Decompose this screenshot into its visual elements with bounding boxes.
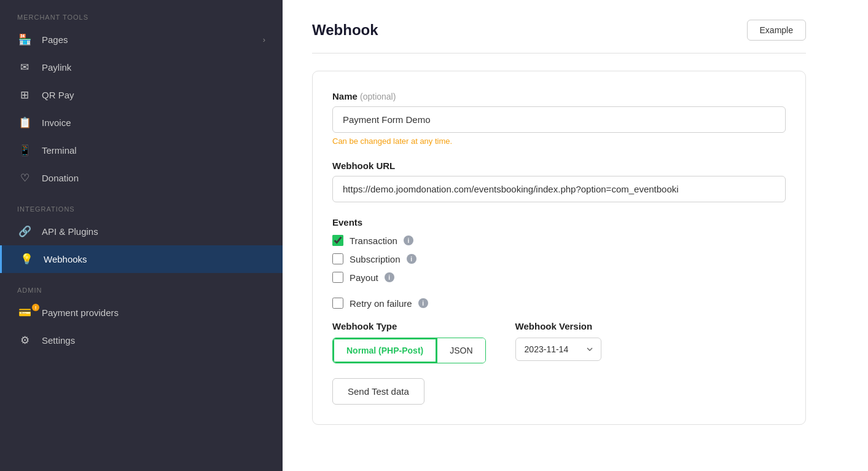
name-group: Name (optional) Can be changed later at … — [332, 91, 786, 146]
paylink-icon: ✉ — [17, 61, 32, 74]
name-hint: Can be changed later at any time. — [332, 137, 786, 146]
sidebar-item-label: Settings — [42, 335, 265, 346]
sidebar-item-payment-providers[interactable]: 💳 ! Payment providers — [0, 299, 283, 327]
webhook-form-card: Name (optional) Can be changed later at … — [312, 71, 806, 425]
subscription-row: Subscription i — [332, 253, 786, 264]
subscription-checkbox[interactable] — [332, 253, 343, 264]
qr-pay-icon: ⊞ — [17, 89, 32, 101]
webhook-version-select[interactable]: 2023-11-14 2022-06-01 2021-01-01 — [515, 338, 601, 361]
sidebar-item-paylink[interactable]: ✉ Paylink — [0, 53, 283, 81]
sidebar-item-label: Payment providers — [42, 307, 265, 318]
sidebar-item-pages[interactable]: 🏪 Pages › — [0, 26, 283, 53]
events-group: Events Transaction i Subscription i Payo… — [332, 217, 786, 283]
payment-providers-icon: 💳 — [17, 306, 32, 319]
retry-info-icon: i — [418, 298, 428, 308]
transaction-checkbox[interactable] — [332, 235, 343, 246]
sidebar-item-label: API & Plugins — [42, 226, 265, 237]
sidebar-item-label: Webhooks — [44, 254, 265, 264]
header-divider — [312, 53, 806, 53]
retry-group: Retry on failure i — [332, 298, 786, 309]
webhook-type-group: Webhook Type Normal (PHP-Post) JSON — [332, 321, 486, 363]
sidebar-item-label: Invoice — [42, 117, 265, 128]
webhook-version-label: Webhook Version — [515, 321, 601, 331]
payout-checkbox[interactable] — [332, 272, 343, 283]
sidebar-item-settings[interactable]: ⚙ Settings — [0, 327, 283, 354]
name-input[interactable] — [332, 106, 786, 133]
chevron-right-icon: › — [263, 35, 265, 44]
webhook-type-label: Webhook Type — [332, 321, 486, 331]
retry-checkbox[interactable] — [332, 298, 343, 309]
invoice-icon: 📋 — [17, 116, 32, 129]
api-plugins-icon: 🔗 — [17, 225, 32, 238]
main-content: Webhook Example Name (optional) Can be c… — [283, 0, 868, 471]
events-label: Events — [332, 217, 786, 228]
sidebar-item-label: Terminal — [42, 145, 265, 156]
sidebar-item-label: Donation — [42, 173, 265, 183]
transaction-label: Transaction — [350, 236, 397, 246]
sidebar-item-terminal[interactable]: 📱 Terminal — [0, 137, 283, 164]
donation-icon: ♡ — [17, 172, 32, 184]
sidebar-item-invoice[interactable]: 📋 Invoice — [0, 109, 283, 137]
subscription-info-icon: i — [407, 254, 416, 264]
integrations-label: INTEGRATIONS — [0, 192, 283, 218]
sidebar-item-qr-pay[interactable]: ⊞ QR Pay — [0, 81, 283, 109]
notification-badge: ! — [32, 304, 39, 311]
name-label: Name (optional) — [332, 91, 786, 101]
payout-row: Payout i — [332, 272, 786, 283]
sidebar-item-webhooks[interactable]: 💡 Webhooks — [0, 245, 283, 273]
sidebar-item-label: QR Pay — [42, 90, 265, 100]
type-json-button[interactable]: JSON — [437, 338, 485, 363]
payout-info-icon: i — [385, 272, 394, 282]
webhook-url-group: Webhook URL — [332, 160, 786, 202]
sidebar-item-label: Paylink — [42, 62, 265, 73]
retry-label: Retry on failure — [350, 298, 412, 309]
terminal-icon: 📱 — [17, 144, 32, 157]
type-normal-button[interactable]: Normal (PHP-Post) — [333, 338, 437, 363]
pages-icon: 🏪 — [17, 33, 32, 46]
type-version-group: Webhook Type Normal (PHP-Post) JSON Webh… — [332, 321, 786, 363]
sidebar: MERCHANT TOOLS 🏪 Pages › ✉ Paylink ⊞ QR … — [0, 0, 283, 471]
name-optional: (optional) — [360, 92, 396, 101]
settings-icon: ⚙ — [17, 334, 32, 347]
retry-row: Retry on failure i — [332, 298, 786, 309]
webhooks-icon: 💡 — [19, 253, 34, 266]
webhook-url-label: Webhook URL — [332, 160, 786, 171]
admin-label: ADMIN — [0, 273, 283, 299]
payout-label: Payout — [350, 272, 378, 283]
subscription-label: Subscription — [350, 254, 401, 264]
merchant-tools-label: MERCHANT TOOLS — [0, 0, 283, 26]
webhook-version-group: Webhook Version 2023-11-14 2022-06-01 20… — [515, 321, 601, 361]
send-test-button[interactable]: Send Test data — [332, 378, 424, 405]
webhook-url-input[interactable] — [332, 176, 786, 202]
transaction-row: Transaction i — [332, 235, 786, 246]
sidebar-item-donation[interactable]: ♡ Donation — [0, 164, 283, 192]
page-title: Webhook — [312, 22, 378, 39]
sidebar-item-api-plugins[interactable]: 🔗 API & Plugins — [0, 218, 283, 245]
transaction-info-icon: i — [404, 236, 413, 245]
sidebar-item-label: Pages — [42, 34, 253, 45]
example-button[interactable]: Example — [747, 20, 806, 41]
webhook-type-buttons: Normal (PHP-Post) JSON — [332, 338, 486, 363]
webhook-header: Webhook Example — [312, 20, 806, 41]
